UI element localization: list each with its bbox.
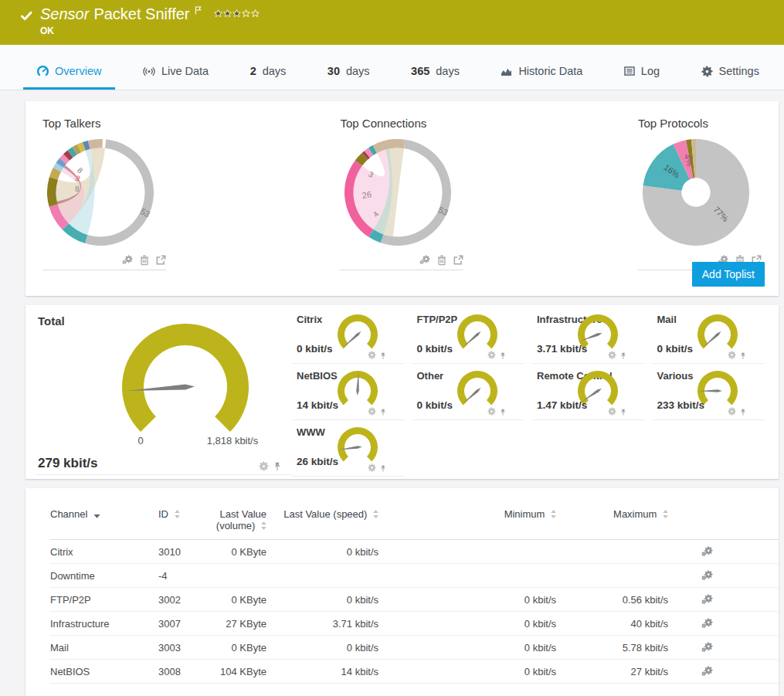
channel-settings-icon[interactable] [728,351,736,359]
channel-gauge-www: WWW 26 kbit/s [292,420,405,477]
top-protocols-chart[interactable]: 77%16%4% [638,134,762,253]
sort-desc-icon [90,508,100,520]
top-talkers-chart[interactable]: 83853 [42,134,166,253]
svg-text:26: 26 [361,189,372,200]
tab-settings[interactable]: Settings [687,55,773,90]
channel-settings-icon[interactable] [368,463,376,472]
channel-pin-icon[interactable] [380,409,386,416]
channel-label: Various [657,370,694,382]
cell-minimum: 0 kbit/s [378,594,556,606]
log-icon [624,66,635,76]
column-label: ID [158,508,180,520]
toplist-delete-icon[interactable] [140,255,149,266]
channel-value: 26 kbit/s [297,456,338,467]
column-header-volume[interactable]: Last Value (volume) [197,508,266,531]
row-settings-icon[interactable] [701,642,713,652]
star-empty-icon[interactable] [251,7,260,21]
tab-historic-data[interactable]: Historic Data [487,55,596,90]
star-filled-icon[interactable] [223,7,232,21]
cell-volume: 27 KByte [197,618,266,630]
channel-gauge-infrastructure: Infrastructure 3.71 kbit/s [532,307,645,364]
row-settings-icon[interactable] [701,618,713,628]
tab-label: Overview [55,65,101,77]
channel-pin-icon[interactable] [500,352,506,359]
row-settings-icon[interactable] [701,546,713,556]
row-settings-icon[interactable] [701,666,713,676]
tab-365-days[interactable]: 365days [397,55,473,90]
top-connections-chart[interactable]: 263453 [340,134,463,253]
toplist-title: Top Protocols [638,117,762,130]
priority-stars[interactable] [214,7,260,21]
tab-label: Settings [719,65,759,77]
tab-2-days[interactable]: 2days [236,55,300,90]
channel-settings-icon[interactable] [608,351,616,359]
row-settings-icon[interactable] [701,594,713,604]
table-body: Citrix 3010 0 KByte 0 kbit/s Downtime -4… [50,540,779,684]
cell-minimum: 0 kbit/s [378,642,556,654]
channel-pin-icon[interactable] [620,409,626,416]
column-label: Channel [50,508,100,520]
channel-settings-icon[interactable] [728,407,736,416]
tab-number: 2 [250,65,256,77]
cell-channel[interactable]: NetBIOS [50,666,158,677]
toplist-title: Top Talkers [42,117,166,130]
channel-pin-icon[interactable] [740,352,746,359]
total-pin-icon[interactable] [273,462,281,471]
gear-icon [701,66,713,77]
channel-value: 0 kbit/s [297,343,333,355]
cell-channel[interactable]: Infrastructure [50,618,158,630]
tab-bar: OverviewLive Data2days30days365daysHisto… [0,55,784,90]
cell-volume: 0 KByte [197,642,266,654]
channel-settings-icon[interactable] [368,407,376,416]
cell-id: 3007 [158,618,197,630]
column-header-channel[interactable]: Channel [50,508,158,520]
total-settings-icon[interactable] [259,461,269,471]
star-empty-icon[interactable] [242,7,250,21]
table-row-citrix: Citrix 3010 0 KByte 0 kbit/s [50,540,779,564]
cell-channel[interactable]: Downtime [50,570,158,582]
cell-id: -4 [158,570,197,582]
column-header-speed[interactable]: Last Value (speed) [266,508,378,520]
add-toplist-button[interactable]: Add Toplist [692,262,765,287]
column-header-id[interactable]: ID [158,508,197,520]
channel-settings-icon[interactable] [487,351,496,359]
column-header-min[interactable]: Minimum [378,508,556,520]
tab-log[interactable]: Log [610,55,674,90]
channel-settings-icon[interactable] [608,407,616,416]
total-gauge-panel: Total 0 1,818 kbit/s 279 kbit/s [25,305,292,479]
channel-pin-icon[interactable] [500,409,506,416]
channel-pin-icon[interactable] [620,352,626,359]
toplist-delete-icon[interactable] [437,255,446,266]
tab-live-data[interactable]: Live Data [129,55,222,90]
channel-value: 0 kbit/s [657,343,694,355]
table-row-downtime: Downtime -4 [50,564,779,588]
tab-overview[interactable]: Overview [23,55,115,90]
row-settings-icon[interactable] [701,570,713,580]
toplist-settings-icon[interactable] [419,255,430,266]
column-header-max[interactable]: Maximum [556,508,668,520]
cell-volume: 0 KByte [197,594,266,606]
channel-pin-icon[interactable] [380,352,386,359]
star-filled-icon[interactable] [232,7,241,21]
cell-channel[interactable]: Citrix [50,546,158,558]
tab-30-days[interactable]: 30days [314,55,384,90]
flag-icon[interactable] [195,4,202,18]
star-filled-icon[interactable] [214,7,222,21]
cell-channel[interactable]: FTP/P2P [50,594,158,606]
tab-zone: OverviewLive Data2days30days365daysHisto… [0,45,784,90]
channel-settings-icon[interactable] [368,351,376,359]
channel-label: Citrix [297,314,322,325]
cell-channel[interactable]: Mail [50,642,158,654]
tab-label: Live Data [161,65,209,77]
channel-pin-icon[interactable] [380,465,386,472]
toplist-open-icon[interactable] [453,255,463,266]
table-row-infrastructure: Infrastructure 3007 27 KByte 3.71 kbit/s… [50,612,779,636]
cell-id: 3008 [158,666,197,677]
channel-pin-icon[interactable] [740,409,746,416]
toplist-open-icon[interactable] [156,255,166,266]
channel-settings-icon[interactable] [487,407,496,416]
status-check-icon [20,10,33,25]
channel-table-section: Channel ID Last Value (volume) Last Valu… [25,488,779,696]
toplist-settings-icon[interactable] [122,255,133,266]
channel-label: WWW [297,426,325,438]
